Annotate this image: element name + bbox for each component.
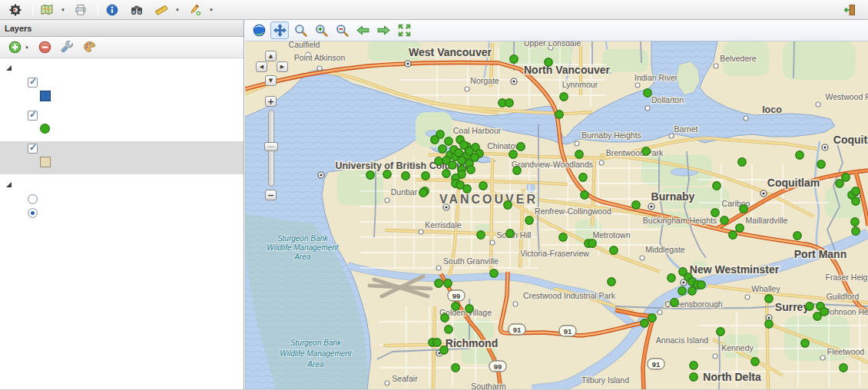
- map-label: Dunbar: [391, 187, 418, 197]
- pub-point: [467, 166, 475, 174]
- layer-node-bc pubs[interactable]: [0, 108, 244, 122]
- pub-point: [517, 143, 525, 150]
- map-label: Sturgeon Bank: [277, 234, 329, 243]
- add-layer-icon: [8, 41, 22, 54]
- layer-legend-row: [0, 122, 244, 141]
- town-marker: [436, 266, 441, 270]
- town-marker: [713, 354, 717, 359]
- topbar-item-edit[interactable]: ▼: [184, 2, 218, 18]
- radio-button[interactable]: [28, 194, 38, 204]
- map-tool-zoom-next[interactable]: [374, 21, 393, 39]
- topbar-item-measure[interactable]: ▼: [151, 2, 184, 18]
- pub-point: [806, 302, 813, 310]
- map-tool-zoom-previous[interactable]: [353, 21, 372, 39]
- pub-point: [441, 314, 449, 322]
- map-label: Tilbury Island: [581, 375, 629, 385]
- zoom-icon: [294, 24, 307, 37]
- map-label: Buckingham Heights: [643, 216, 717, 225]
- pub-point: [668, 274, 675, 282]
- map-label: Southarm: [471, 382, 506, 390]
- pub-point: [419, 189, 427, 197]
- pub-point: [842, 174, 850, 181]
- layer-checkbox[interactable]: [28, 144, 38, 154]
- map-label: New Westminster: [690, 263, 780, 276]
- pan-up-button[interactable]: ▲: [265, 51, 277, 61]
- pub-point: [836, 180, 843, 187]
- tree-group-overlays[interactable]: [0, 61, 244, 75]
- chevron-down-icon: ▼: [25, 45, 29, 50]
- map-tool-zoom-out[interactable]: [333, 21, 351, 39]
- pub-point: [440, 346, 448, 354]
- zoom-in-icon: [315, 24, 328, 37]
- pub-point: [505, 99, 513, 107]
- max-extent-icon: [398, 24, 411, 37]
- town-marker: [635, 83, 640, 88]
- map-label: Burnaby: [651, 190, 695, 203]
- topbar-item-map[interactable]: ▼: [36, 2, 70, 18]
- pub-point: [366, 171, 374, 179]
- pub-point: [431, 136, 439, 144]
- pub-point: [729, 231, 737, 239]
- pan-down-button[interactable]: ▼: [265, 75, 277, 86]
- map-label: Norgate: [470, 76, 499, 85]
- map-label: Ioco: [762, 104, 782, 115]
- map-label: Westwood Pl: [825, 92, 868, 101]
- pub-point: [439, 145, 446, 153]
- toolbar-separator: [32, 4, 33, 16]
- tree-group-base-maps[interactable]: [0, 177, 244, 192]
- layer-properties-icon: [61, 41, 74, 54]
- map-tool-zoom[interactable]: [291, 21, 310, 39]
- pan-left-button[interactable]: ◀: [256, 61, 267, 72]
- top-toolbar: ▼▼▼: [0, 0, 868, 20]
- map-label: Coquitlam: [767, 177, 820, 189]
- map-viewport[interactable]: West VancouverNorth VancouverBurnabyCoqu…: [245, 41, 868, 390]
- map-label: Fraser Heights: [826, 273, 868, 282]
- town-marker: [714, 64, 718, 68]
- expand-triangle-icon[interactable]: [6, 182, 12, 187]
- google-earth-icon: [253, 24, 266, 37]
- basemap-option-none[interactable]: [0, 192, 244, 206]
- pub-point: [608, 278, 615, 286]
- pan-right-button[interactable]: ▶: [277, 61, 288, 72]
- pub-point: [545, 58, 552, 66]
- expand-triangle-icon[interactable]: [6, 65, 12, 71]
- town-marker: [745, 295, 750, 299]
- layer-node-bc_2m_lakes[interactable]: [0, 75, 244, 89]
- pub-point: [796, 151, 803, 159]
- pub-point: [513, 167, 521, 174]
- zoom-out-button[interactable]: −: [265, 190, 277, 200]
- edit-styles-button[interactable]: [81, 39, 98, 55]
- topbar-item-identify[interactable]: [101, 2, 126, 18]
- radio-button[interactable]: [28, 208, 38, 218]
- layer-checkbox[interactable]: [28, 78, 38, 88]
- layers-panel: Layers ▼: [0, 20, 244, 390]
- map-tool-google-earth[interactable]: [250, 21, 268, 39]
- layer-node-bc_elections_1996[interactable]: [0, 141, 244, 155]
- topbar-item-geoexplorer[interactable]: [5, 2, 29, 18]
- pub-point: [458, 157, 465, 164]
- pub-point: [688, 287, 696, 295]
- town-marker: [820, 355, 825, 360]
- topbar-item-query[interactable]: [126, 2, 151, 18]
- zoom-slider-handle[interactable]: [264, 142, 278, 151]
- remove-layer-icon: [38, 41, 51, 54]
- zoom-in-button[interactable]: +: [265, 96, 277, 107]
- add-layer-button[interactable]: ▼: [6, 39, 31, 55]
- topbar-item-print[interactable]: [70, 2, 94, 18]
- pub-point: [632, 201, 640, 209]
- layer-checkbox[interactable]: [28, 111, 38, 121]
- town-marker: [385, 381, 389, 385]
- pub-point: [852, 187, 860, 195]
- chevron-down-icon: ▼: [209, 8, 214, 12]
- layers-panel-header: Layers: [0, 20, 244, 37]
- layers-toolbar: ▼: [0, 37, 244, 58]
- remove-layer-button[interactable]: [36, 39, 54, 55]
- pub-point: [433, 339, 441, 346]
- map-tool-zoom-in[interactable]: [312, 21, 330, 39]
- map-tool-pan[interactable]: [270, 21, 289, 39]
- basemap-option-mapquest-openstreetmap[interactable]: [0, 206, 244, 220]
- map-tool-max-extent[interactable]: [395, 21, 413, 39]
- logout-button[interactable]: [839, 2, 863, 18]
- layer-properties-button[interactable]: [58, 39, 76, 55]
- pub-point: [642, 147, 650, 155]
